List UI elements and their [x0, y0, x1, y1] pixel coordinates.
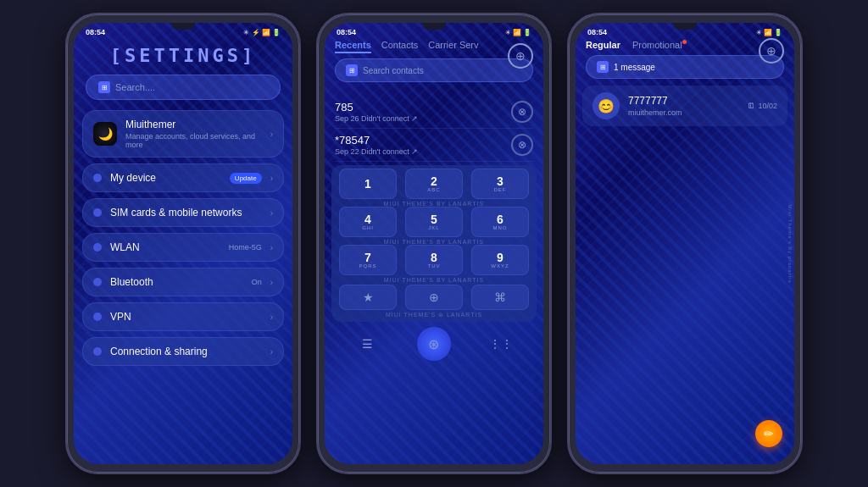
status-icons-3: ✳ 📶 🔋: [756, 29, 782, 36]
msg-search-value: 1 message: [614, 63, 655, 72]
my-device-text: My device: [110, 172, 221, 184]
key-8[interactable]: 8 TUV: [405, 245, 463, 275]
numpad-row-3: 7 PQRS 8 TUV 9 WXYZ: [335, 245, 533, 275]
tab-regular[interactable]: Regular: [586, 40, 620, 50]
miuithemer-avatar: 🌙: [93, 122, 117, 146]
my-device-title: My device: [110, 172, 221, 184]
key-2-letters: ABC: [427, 187, 440, 192]
call-number-2: *78547: [335, 134, 511, 147]
search-placeholder: Search....: [115, 82, 155, 92]
call-info-2: *78547 Sep 22 Didn't connect ↗: [335, 134, 511, 156]
call-action-icon-1[interactable]: ⊗: [511, 101, 533, 123]
menu-btn[interactable]: ☰: [352, 334, 382, 354]
settings-title: [SETTINGS]: [74, 38, 292, 75]
key-star[interactable]: ★: [339, 285, 397, 310]
arrow-icon: ›: [270, 208, 273, 218]
msg-sub-1: miuithemer.com: [628, 108, 739, 117]
status-icons-2: ✳ 📶 🔋: [505, 29, 531, 36]
msg-search-bar[interactable]: ⊞ 1 message: [586, 55, 784, 79]
recent-call-2[interactable]: *78547 Sep 22 Didn't connect ↗ ⊗: [335, 129, 533, 162]
settings-search-bar[interactable]: ⊞ Search....: [86, 75, 281, 100]
wlan-value: Home-5G: [229, 243, 262, 252]
dialer-search-bar[interactable]: ⊞ Search contacts: [335, 58, 533, 82]
status-icons-1: ✳ ⚡ 📶 🔋: [243, 29, 281, 36]
key-6-num: 6: [497, 213, 504, 225]
key-7[interactable]: 7 PQRS: [339, 245, 397, 275]
call-btn[interactable]: ⊛: [417, 327, 451, 361]
key-hash[interactable]: ⌘: [471, 285, 529, 310]
key-9[interactable]: 9 WXYZ: [471, 245, 529, 275]
key-4[interactable]: 4 GHI: [339, 207, 397, 237]
settings-item-wlan[interactable]: WLAN Home-5G ›: [82, 233, 284, 262]
dot-vpn: [93, 313, 102, 321]
wlan-title: WLAN: [110, 241, 220, 253]
key-1[interactable]: 1: [339, 169, 397, 199]
dialer-tabs: Recents Contacts Carrier Serv: [335, 38, 533, 58]
connection-text: Connection & sharing: [110, 346, 262, 357]
settings-item-miuithemer[interactable]: 🌙 Miuithemer Manage accounts, cloud serv…: [82, 110, 284, 158]
msg-info-1: 7777777 miuithemer.com: [628, 95, 739, 117]
numpad-bottom: ★ ⊕ ⌘: [335, 285, 533, 310]
key-7-letters: PQRS: [359, 263, 376, 268]
key-6-letters: MNO: [493, 225, 508, 230]
miuithemer-text: Miuithemer Manage accounts, cloud servic…: [125, 119, 262, 149]
key-3-letters: DEF: [494, 187, 507, 192]
date-text-1: 10/02: [758, 102, 777, 110]
key-zero[interactable]: ⊕: [405, 285, 463, 310]
dot-bluetooth: [93, 278, 102, 286]
bottom-bar-dialer: ☰ ⊛ ⋮⋮: [325, 324, 543, 364]
watermark-2: MIUI THEME'S BY LANARTIS: [335, 239, 533, 245]
numpad: 1 2 ABC 3 DEF MIUI THEME'S BY LANARTIS: [331, 165, 537, 322]
settings-item-sim-cards[interactable]: SIM cards & mobile networks ›: [82, 198, 284, 227]
recent-call-1[interactable]: 785 Sep 26 Didn't connect ↗ ⊗: [335, 96, 533, 129]
key-8-num: 8: [431, 252, 437, 263]
promotional-label: Promotional: [632, 40, 682, 50]
key-6[interactable]: 6 MNO: [471, 207, 529, 237]
arrow-icon: ›: [270, 278, 273, 287]
bluetooth-title: Bluetooth: [110, 276, 243, 288]
fab-button[interactable]: ✏: [755, 420, 782, 447]
tab-carrier[interactable]: Carrier Serv: [428, 40, 478, 53]
settings-item-bluetooth[interactable]: Bluetooth On ›: [82, 268, 284, 296]
search-icon-3: ⊞: [597, 61, 609, 73]
key-2-num: 2: [431, 175, 437, 187]
bluetooth-value: On: [252, 278, 262, 286]
bluetooth-text: Bluetooth: [110, 276, 243, 288]
arrow-icon: ›: [270, 174, 273, 183]
tab-contacts[interactable]: Contacts: [381, 40, 418, 53]
settings-item-vpn[interactable]: VPN ›: [82, 302, 284, 331]
key-5-num: 5: [431, 213, 437, 225]
key-4-letters: GHI: [362, 225, 374, 230]
numpad-row-1: 1 2 ABC 3 DEF: [335, 169, 533, 199]
status-time-1: 08:54: [86, 28, 105, 36]
dot-wlan: [93, 243, 102, 252]
key-9-num: 9: [497, 252, 504, 263]
call-info-1: 785 Sep 26 Didn't connect ↗: [335, 101, 511, 123]
wlan-text: WLAN: [110, 241, 220, 253]
miuithemer-title: Miuithemer: [125, 119, 262, 130]
calendar-icon: 🗓: [748, 102, 755, 110]
tab-promotional[interactable]: Promotional: [632, 40, 687, 50]
msg-name-1: 7777777: [628, 95, 739, 107]
watermark-1: MIUI THEME'S BY LANARTIS: [335, 201, 533, 207]
grid-btn[interactable]: ⋮⋮: [486, 334, 516, 354]
key-2[interactable]: 2 ABC: [405, 169, 463, 199]
watermark-4: MIUI THEME'S ⊛ LANARTIS: [335, 312, 533, 318]
message-item-1[interactable]: 😊 7777777 miuithemer.com 🗓 10/02: [582, 86, 787, 126]
arrow-icon: ›: [270, 130, 273, 139]
globe-icon-3[interactable]: ⊕: [759, 38, 784, 64]
settings-item-connection[interactable]: Connection & sharing ›: [82, 337, 284, 366]
call-action-icon-2[interactable]: ⊗: [511, 134, 533, 156]
fab-icon: ✏: [764, 427, 774, 440]
key-5[interactable]: 5 JKL: [405, 207, 463, 237]
tab-recents[interactable]: Recents: [335, 40, 371, 53]
phone-dialer: 08:54 ✳ 📶 🔋 ⊕ Recents Contacts Carrier S…: [316, 13, 552, 474]
globe-icon[interactable]: ⊕: [508, 43, 533, 69]
notch: [171, 23, 195, 30]
key-3[interactable]: 3 DEF: [471, 169, 529, 199]
settings-item-my-device[interactable]: My device Update ›: [82, 163, 284, 192]
sim-title: SIM cards & mobile networks: [110, 207, 262, 219]
dot-my-device: [93, 174, 102, 182]
arrow-icon: ›: [270, 347, 273, 357]
key-1-num: 1: [364, 178, 371, 190]
